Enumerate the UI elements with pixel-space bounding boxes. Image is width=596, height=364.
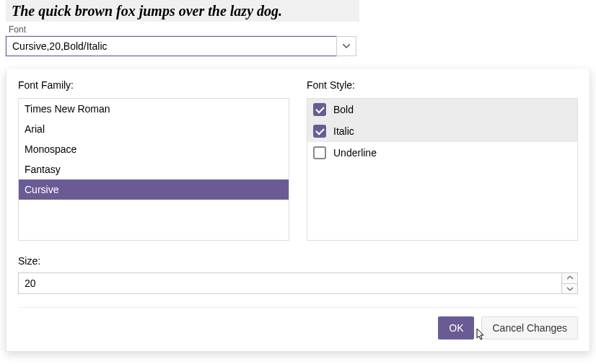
chevron-down-icon xyxy=(343,44,350,48)
font-family-listbox[interactable]: Times New RomanArialMonospaceFantasyCurs… xyxy=(18,98,289,241)
size-label: Size: xyxy=(18,255,578,267)
cancel-button[interactable]: Cancel Changes xyxy=(481,316,578,339)
checkbox[interactable] xyxy=(313,103,326,116)
list-item[interactable]: Bold xyxy=(307,99,577,120)
list-item[interactable]: Arial xyxy=(19,119,289,139)
checkbox-label: Underline xyxy=(333,147,377,159)
list-item[interactable]: Italic xyxy=(307,120,577,142)
font-style-checklist[interactable]: BoldItalicUnderline xyxy=(307,98,578,241)
checkbox-label: Bold xyxy=(333,104,354,115)
list-item[interactable]: Monospace xyxy=(19,139,289,159)
font-family-label: Font Family: xyxy=(18,79,289,91)
font-combobox-input[interactable] xyxy=(6,36,336,56)
chevron-down-icon xyxy=(567,287,573,290)
size-spinner[interactable] xyxy=(18,272,578,294)
list-item[interactable]: Underline xyxy=(307,142,577,164)
checkbox[interactable] xyxy=(313,125,326,138)
preview-box: The quick brown fox jumps over the lazy … xyxy=(6,0,359,22)
font-editor-panel: Font Family: Times New RomanArialMonospa… xyxy=(6,69,590,352)
font-combobox-trigger[interactable] xyxy=(336,36,356,56)
list-item[interactable]: Cursive xyxy=(19,179,289,200)
size-input[interactable] xyxy=(19,273,561,293)
size-increment-button[interactable] xyxy=(562,273,577,284)
chevron-up-icon xyxy=(567,276,573,280)
font-section-label: Font xyxy=(9,25,596,35)
font-style-label: Font Style: xyxy=(307,79,578,91)
list-item[interactable]: Fantasy xyxy=(19,159,289,179)
preview-text: The quick brown fox jumps over the lazy … xyxy=(12,3,282,19)
list-item[interactable]: Times New Roman xyxy=(19,99,289,119)
font-combobox[interactable] xyxy=(6,36,356,56)
checkbox-label: Italic xyxy=(333,125,354,137)
ok-button[interactable]: OK xyxy=(438,316,474,339)
checkbox[interactable] xyxy=(313,146,326,159)
size-decrement-button[interactable] xyxy=(562,284,577,294)
